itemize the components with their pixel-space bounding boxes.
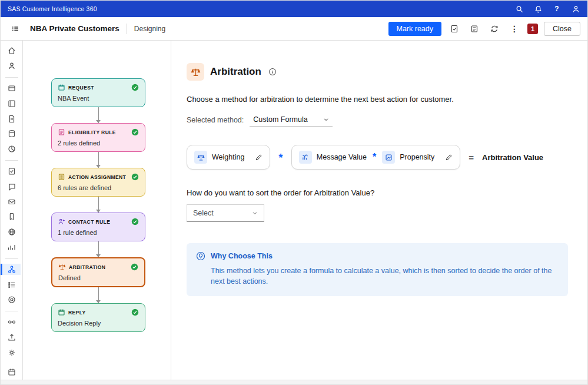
- check-circle-icon: [131, 263, 138, 271]
- messages-icon[interactable]: [3, 181, 21, 192]
- contact-rule-person-icon: [58, 218, 65, 225]
- node-label: ACTION ASSIGNMENT: [68, 174, 126, 180]
- search-icon[interactable]: [514, 4, 524, 14]
- mobile-icon[interactable]: [3, 211, 21, 223]
- node-label: CONTACT RULE: [68, 219, 110, 225]
- refresh-sync-icon[interactable]: [487, 22, 501, 36]
- check-circle-icon: [131, 308, 139, 316]
- mark-ready-button[interactable]: Mark ready: [388, 22, 442, 36]
- close-button[interactable]: Close: [544, 22, 580, 36]
- tasks-icon[interactable]: [3, 165, 21, 177]
- node-label: REPLY: [68, 310, 86, 316]
- method-row: Selected method: Custom Formula: [187, 113, 570, 127]
- toolbar-right: Mark ready ⋮ 1 Close: [388, 22, 581, 36]
- activities-icon[interactable]: [3, 264, 21, 275]
- node-subtitle: NBA Event: [58, 95, 139, 102]
- check-circle-icon: [131, 84, 139, 91]
- check-circle-icon: [131, 173, 139, 181]
- panel-description: Choose a method for arbitration to deter…: [187, 95, 570, 104]
- node-subtitle: 2 rules defined: [58, 140, 139, 147]
- reports-icon[interactable]: [3, 242, 21, 253]
- email-icon[interactable]: [3, 196, 21, 207]
- rail-divider: [5, 258, 18, 259]
- node-label: REQUEST: [68, 85, 94, 91]
- weighting-card[interactable]: Weighting: [187, 145, 270, 170]
- flow-arrow: [51, 197, 145, 213]
- app-window: SAS Customer Intelligence 360 ? NBA Priv…: [0, 0, 588, 385]
- audience-icon[interactable]: [3, 61, 21, 72]
- arbitration-scales-icon: [187, 63, 204, 81]
- app-title: SAS Customer Intelligence 360: [8, 5, 97, 12]
- panel-header: Arbitration: [187, 63, 570, 81]
- document-toolbar: NBA Private Customers Designing Mark rea…: [1, 17, 587, 41]
- action-assignment-icon: [58, 173, 65, 181]
- method-select-value: Custom Formula: [253, 115, 307, 124]
- workflow-node-contact-rule[interactable]: CONTACT RULE 1 rule defined: [51, 213, 145, 241]
- content-area: REQUEST NBA Event ELIGIBILITY RULE: [1, 41, 587, 380]
- help-icon[interactable]: ?: [552, 4, 562, 14]
- plans-icon[interactable]: [3, 279, 21, 290]
- notifications-bell-icon[interactable]: [533, 4, 543, 14]
- user-profile-icon[interactable]: [571, 4, 580, 14]
- info-box-header: Why Choose This: [196, 251, 557, 261]
- why-choose-this-box: Why Choose This This method lets you cre…: [187, 243, 568, 296]
- topbar-actions: ?: [514, 4, 580, 14]
- formula-row: Weighting * Message Value * Propensit: [187, 145, 570, 170]
- arbitration-value-label: Arbitration Value: [482, 153, 543, 162]
- toolbar-left: NBA Private Customers Designing: [8, 21, 165, 36]
- home-icon[interactable]: [3, 45, 21, 57]
- multiply-operator: *: [278, 152, 283, 163]
- check-circle-icon: [131, 128, 139, 136]
- message-value-label: Message Value: [317, 153, 367, 161]
- notes-icon[interactable]: [467, 22, 481, 36]
- value-factors-card[interactable]: Message Value * Propensity: [291, 145, 461, 170]
- info-box-body: This method lets you create a formula to…: [211, 265, 557, 287]
- flow-arrow: [51, 287, 145, 303]
- sort-order-select[interactable]: Select: [187, 204, 264, 222]
- edit-pencil-icon[interactable]: [255, 154, 263, 161]
- check-circle-icon: [131, 218, 139, 225]
- segments-icon[interactable]: [3, 144, 21, 155]
- lightbulb-icon: [196, 251, 205, 261]
- equals-operator: =: [469, 152, 474, 162]
- method-select[interactable]: Custom Formula: [250, 113, 332, 127]
- edit-pencil-icon[interactable]: [445, 154, 453, 161]
- request-calendar-icon: [58, 84, 65, 91]
- templates-icon[interactable]: [3, 98, 21, 109]
- workflow-list-icon[interactable]: [8, 21, 23, 36]
- chevron-down-icon: [323, 117, 329, 122]
- documents-icon[interactable]: [3, 113, 21, 124]
- export-data-icon[interactable]: [3, 331, 21, 343]
- workflow-node-eligibility-rule[interactable]: ELIGIBILITY RULE 2 rules defined: [51, 123, 145, 152]
- flow-arrow: [51, 107, 145, 123]
- flow-arrow: [51, 241, 145, 257]
- more-options-kebab-icon[interactable]: ⋮: [507, 22, 521, 36]
- sort-order-question: How do you want to sort the order for Ar…: [187, 188, 570, 197]
- info-box-title: Why Choose This: [211, 252, 273, 260]
- calendar-icon[interactable]: [3, 366, 21, 377]
- connections-icon[interactable]: [3, 317, 21, 328]
- workflow-panel: REQUEST NBA Event ELIGIBILITY RULE: [23, 41, 171, 380]
- arbitration-scales-icon: [58, 263, 66, 271]
- method-label: Selected method:: [187, 116, 244, 124]
- validate-document-icon[interactable]: [447, 22, 461, 36]
- flow-arrow: [51, 152, 145, 168]
- settings-gear-icon[interactable]: [3, 347, 21, 358]
- workflow-node-request[interactable]: REQUEST NBA Event: [51, 78, 145, 107]
- workflow-node-reply[interactable]: REPLY Decision Reply: [51, 303, 145, 332]
- rail-divider: [5, 311, 18, 311]
- notification-count-badge[interactable]: 1: [527, 24, 538, 34]
- info-icon[interactable]: [268, 68, 277, 76]
- goals-icon[interactable]: [3, 294, 21, 306]
- multiply-operator: *: [373, 152, 376, 162]
- assets-icon[interactable]: [3, 82, 21, 94]
- left-icon-rail: [1, 41, 23, 380]
- weighting-label: Weighting: [212, 153, 244, 161]
- reply-calendar-icon: [58, 308, 65, 316]
- weighting-scales-icon: [194, 151, 207, 164]
- message-value-icon: [299, 151, 312, 164]
- web-icon[interactable]: [3, 227, 21, 238]
- workflow-node-arbitration[interactable]: ARBITRATION Defined: [51, 257, 145, 287]
- workflow-node-action-assignment[interactable]: ACTION ASSIGNMENT 6 rules are defined: [51, 168, 145, 197]
- data-icon[interactable]: [3, 128, 21, 140]
